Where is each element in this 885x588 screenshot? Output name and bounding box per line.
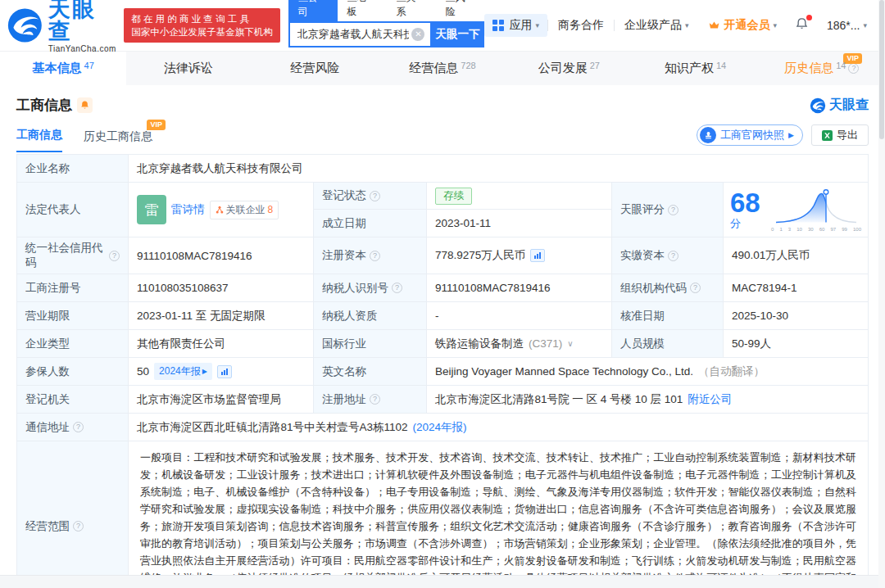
- nav-apps[interactable]: 应用 ▾: [484, 14, 547, 37]
- tab-operation-risk[interactable]: 经营风险: [253, 52, 379, 85]
- nav-open-vip[interactable]: 开通会员 ▾: [698, 18, 787, 33]
- auto-translate-note: （自动翻译）: [698, 364, 765, 379]
- help-icon[interactable]: [668, 251, 678, 261]
- notification-bell[interactable]: [787, 17, 817, 34]
- caret-down-icon: ▾: [863, 21, 867, 29]
- section-title: 工商信息: [16, 96, 72, 115]
- legal-rep-link[interactable]: 雷诗情: [171, 202, 205, 217]
- insured-count-value: 50 2024年报 ▶: [129, 358, 314, 386]
- company-type-label: 企业类型: [17, 330, 129, 358]
- annual-report-badge[interactable]: 2024年报 ▶: [154, 363, 212, 380]
- tab-operation-info[interactable]: 经营信息728: [379, 52, 506, 85]
- top-nav: 应用 ▾ 商务合作 企业级产品 ▾ 开通会员 ▾: [484, 14, 877, 37]
- search-button[interactable]: 天眼一下: [430, 21, 484, 47]
- caret-down-icon: ▾: [685, 21, 689, 29]
- tab-intellectual-property[interactable]: 知识产权14: [632, 52, 758, 85]
- nav-user-account[interactable]: 186*... ▾: [817, 19, 877, 32]
- help-icon[interactable]: [848, 63, 859, 74]
- annual-report-link[interactable]: (2024年报): [413, 420, 467, 435]
- help-icon[interactable]: [690, 283, 701, 293]
- help-icon[interactable]: [668, 205, 678, 215]
- establish-date-value: 2023-01-11: [427, 210, 611, 237]
- tab-company-development[interactable]: 公司发展27: [506, 52, 632, 85]
- help-icon[interactable]: [370, 394, 380, 405]
- clear-icon[interactable]: ✕: [411, 28, 424, 41]
- approve-date-label: 核准日期: [612, 302, 724, 330]
- vertical-scrollbar[interactable]: [878, 0, 885, 588]
- reg-capital-value: 778.9275万人民币: [427, 237, 612, 274]
- help-icon[interactable]: [370, 191, 380, 201]
- nearby-companies-link[interactable]: 附近公司: [688, 392, 732, 407]
- score-axis-labels: 0131030609799100: [771, 227, 861, 232]
- org-code-label: 组织机构代码: [612, 274, 724, 302]
- relation-graph-icon: [216, 206, 224, 214]
- reg-address-label: 注册地址: [314, 386, 427, 414]
- mail-address-label: 通信地址: [17, 414, 129, 441]
- promo-line1: 都 在 用 的 商 业 查 询 工 具: [131, 12, 273, 25]
- search-tab-company[interactable]: 查公司: [288, 0, 338, 21]
- business-term-label: 营业期限: [17, 302, 129, 330]
- site-logo[interactable]: 天眼查 TianYanCha.com: [7, 0, 117, 53]
- help-icon[interactable]: [73, 422, 84, 432]
- capital-trend-icon[interactable]: [530, 249, 545, 262]
- insured-trend-icon[interactable]: [217, 365, 232, 378]
- help-icon[interactable]: [73, 521, 84, 531]
- subtab-history-business-info[interactable]: VIP 历史工商信息: [84, 129, 152, 152]
- excel-icon: [822, 130, 833, 141]
- insured-count-label: 参保人数: [17, 358, 129, 386]
- org-code-value: MAC78194-1: [724, 274, 869, 302]
- establish-date-label: 成立日期: [314, 210, 427, 237]
- industry-value[interactable]: 铁路运输设备制造(C371) ∨: [427, 330, 612, 358]
- legal-rep-label: 法定代表人: [17, 183, 129, 237]
- section-title-wrap: 工商信息: [16, 96, 93, 115]
- registration-authority-value: 北京市海淀区市场监督管理局: [129, 386, 314, 414]
- score-label: 天眼评分: [612, 183, 724, 237]
- business-term-value: 2023-01-11 至 无固定期限: [129, 302, 314, 330]
- subscribe-bell-icon[interactable]: [77, 97, 93, 113]
- credit-code-label: 统一社会信用代码: [17, 237, 129, 274]
- search-input[interactable]: [288, 21, 431, 47]
- scrollbar-thumb[interactable]: [879, 0, 884, 139]
- page-bottom-strip: [0, 575, 885, 588]
- registration-authority-label: 登记机关: [17, 386, 129, 414]
- company-type-value: 其他有限责任公司: [129, 330, 314, 358]
- help-icon[interactable]: [109, 251, 120, 261]
- search-tab-relation[interactable]: 查关系: [387, 0, 436, 21]
- business-info-table: 企业名称 北京穿越者载人航天科技有限公司 法定代表人 雷 雷诗情 关联企业 8: [16, 154, 869, 588]
- nav-enterprise[interactable]: 企业级产品 ▾: [615, 18, 699, 33]
- help-icon[interactable]: [392, 283, 402, 293]
- status-badge: 存续: [435, 188, 472, 205]
- tab-history-info[interactable]: VIP 历史信息14: [759, 52, 885, 85]
- watermark-text: 天眼查: [829, 97, 869, 114]
- score-cell[interactable]: 68分: [724, 183, 869, 237]
- nav-cooperation[interactable]: 商务合作: [548, 18, 614, 33]
- search-block: 查公司 查老板 查关系 查风险 ✕ 天眼一下: [288, 4, 485, 47]
- taxpayer-id-label: 纳税人识别号: [314, 274, 427, 302]
- apps-grid-icon: [492, 20, 504, 31]
- tianyancha-logo-icon: [810, 97, 826, 114]
- page: 天眼查 TianYanCha.com 都 在 用 的 商 业 查 询 工 具 国…: [0, 0, 885, 588]
- play-icon: ▶: [202, 368, 207, 375]
- vip-badge: VIP: [147, 120, 166, 130]
- search-tab-risk[interactable]: 查风险: [435, 0, 484, 21]
- score-value: 68: [730, 188, 760, 218]
- staff-size-value: 50-99人: [724, 330, 869, 358]
- business-scope-value: 一般项目：工程和技术研究和试验发展；技术服务、技术开发、技术咨询、技术交流、技术…: [129, 441, 869, 588]
- taxpayer-id-value: 91110108MAC7819416: [427, 274, 612, 302]
- mail-address-value: 北京市海淀区西北旺镇北清路81号中关村壹号A3栋1102 (2024年报): [129, 414, 869, 441]
- reg-address-value: 北京市海淀区北清路81号院 一 区 4 号楼 10 层 101 附近公司: [427, 386, 869, 414]
- related-companies-badge[interactable]: 关联企业 8: [210, 201, 279, 219]
- tab-legal-litigation[interactable]: 法律诉讼: [126, 52, 252, 85]
- caret-down-icon: ▾: [535, 21, 539, 29]
- legal-rep-avatar[interactable]: 雷: [137, 195, 166, 224]
- company-name-value: 北京穿越者载人航天科技有限公司: [129, 155, 869, 183]
- legal-rep-cell: 雷 雷诗情 关联企业 8: [129, 183, 314, 237]
- export-button[interactable]: 导出: [811, 124, 869, 146]
- help-icon[interactable]: [370, 251, 380, 261]
- tab-basic-info[interactable]: 基本信息47: [0, 52, 126, 85]
- official-snapshot-button[interactable]: 工商官网快照 ▶: [697, 124, 803, 146]
- reg-status-value: 存续: [427, 183, 611, 210]
- subtab-business-info[interactable]: 工商信息: [16, 128, 62, 152]
- search-tab-boss[interactable]: 查老板: [338, 0, 387, 21]
- stamp-icon: [700, 127, 716, 143]
